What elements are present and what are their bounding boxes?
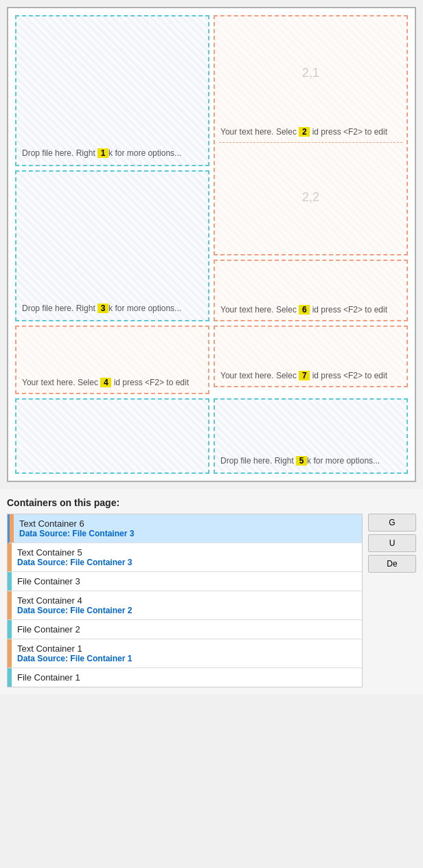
panel-content: Text Container 6Data Source: File Contai… [7,514,416,687]
list-item-content-item-5: Text Container 5Data Source: File Contai… [12,543,362,571]
container-list: Text Container 6Data Source: File Contai… [7,514,363,687]
cell-7-text: Your text here. Selec 7 id press <F2> to… [220,371,401,380]
list-item-content-item-fc2: File Container 2 [12,620,362,639]
list-item-source-item-5: Data Source: File Container 3 [17,558,356,567]
empty-cell-left-5 [15,398,209,474]
badge-6: 6 [299,305,310,315]
cell-5-text: Drop file here. Right 5k for more option… [220,456,401,466]
list-item-content-item-1: Text Container 1Data Source: File Contai… [12,639,362,667]
list-item-item-6[interactable]: Text Container 6Data Source: File Contai… [8,514,362,543]
list-item-item-4[interactable]: Text Container 4Data Source: File Contai… [8,591,362,620]
list-item-title-item-4: Text Container 4 [17,595,356,606]
side-buttons: G U De [368,514,416,687]
cell-2-text: Your text here. Selec 2 id press <F2> to… [219,126,402,139]
list-item-content-item-fc1: File Container 1 [12,668,362,687]
badge-1: 1 [98,148,108,158]
badge-7: 7 [299,371,310,380]
list-item-title-item-6: Text Container 6 [19,518,356,529]
file-container-3-cell[interactable]: Drop file here. Right 3k for more option… [15,170,209,321]
file-container-5-cell[interactable]: Drop file here. Right 5k for more option… [214,398,408,474]
list-item-content-item-fc3: File Container 3 [12,572,362,591]
list-item-source-item-4: Data Source: File Container 2 [17,606,356,615]
cell-1-text: Drop file here. Right 1k for more option… [22,148,203,158]
button-g[interactable]: G [368,514,416,532]
text-container-4-cell[interactable]: Your text here. Selec 4 id press <F2> to… [15,326,209,394]
text-container-2-3-cell[interactable]: 2,1 Your text here. Selec 2 id press <F2… [214,15,408,255]
cell-3-text: Drop file here. Right 3k for more option… [22,304,203,313]
cell-4-text: Your text here. Selec 4 id press <F2> to… [22,378,203,387]
badge-2: 2 [299,127,310,137]
badge-5: 5 [296,456,307,466]
list-item-source-item-1: Data Source: File Container 1 [17,654,356,663]
canvas-area: Drop file here. Right 1k for more option… [7,7,416,482]
list-item-item-fc1[interactable]: File Container 1 [8,668,362,687]
list-item-title-item-5: Text Container 5 [17,547,356,558]
list-item-title-item-fc3: File Container 3 [17,576,356,586]
list-item-content-item-4: Text Container 4Data Source: File Contai… [12,591,362,619]
list-item-source-item-6: Data Source: File Container 3 [19,529,356,538]
list-item-content-item-6: Text Container 6Data Source: File Contai… [14,514,362,542]
panel-title: Containers on this page: [7,497,416,508]
text-container-6-cell[interactable]: Your text here. Selec 6 id press <F2> to… [214,260,408,321]
list-item-title-item-fc2: File Container 2 [17,624,356,635]
layout-grid: Drop file here. Right 1k for more option… [15,15,408,474]
badge-3: 3 [98,304,108,313]
bottom-panel: Containers on this page: Text Container … [0,489,423,694]
button-u[interactable]: U [368,534,416,552]
list-item-item-5[interactable]: Text Container 5Data Source: File Contai… [8,543,362,572]
list-item-item-1[interactable]: Text Container 1Data Source: File Contai… [8,639,362,668]
button-de[interactable]: De [368,555,416,573]
text-container-7-cell[interactable]: Your text here. Selec 7 id press <F2> to… [214,326,408,387]
label-2-1: 2,1 [302,66,319,80]
list-item-title-item-1: Text Container 1 [17,643,356,654]
badge-4: 4 [100,378,111,387]
cell-6-text: Your text here. Selec 6 id press <F2> to… [220,305,401,315]
file-container-1-cell[interactable]: Drop file here. Right 1k for more option… [15,15,209,166]
list-item-item-fc3[interactable]: File Container 3 [8,572,362,591]
list-item-title-item-fc1: File Container 1 [17,672,356,683]
list-item-item-fc2[interactable]: File Container 2 [8,620,362,639]
label-2-2: 2,2 [302,190,319,205]
